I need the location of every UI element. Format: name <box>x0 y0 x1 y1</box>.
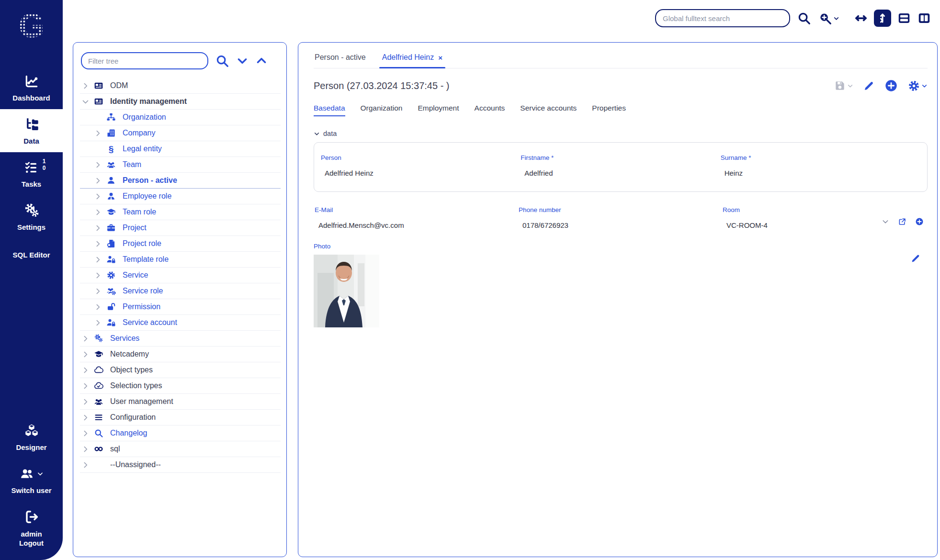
expand-all-chevron-down-icon[interactable] <box>236 55 249 67</box>
tree-item-organization[interactable]: Organization <box>80 110 281 125</box>
subtab-properties[interactable]: Properties <box>592 104 626 116</box>
layout-columns-icon[interactable] <box>917 11 931 25</box>
sidebar-item-settings[interactable]: Settings <box>0 195 63 238</box>
global-search-input[interactable] <box>655 9 790 27</box>
chevron-right-icon[interactable] <box>92 240 103 248</box>
tab-person-active[interactable]: Person - active <box>314 50 367 68</box>
tree-item-odm[interactable]: ODM <box>80 78 281 94</box>
arrows-vertical-icon[interactable] <box>874 10 891 27</box>
tree-item-netcademy[interactable]: Netcademy <box>80 347 281 362</box>
tree-item-service-account[interactable]: Service account <box>80 315 281 331</box>
tree-item-company[interactable]: Company <box>80 125 281 141</box>
tree-item-configuration[interactable]: Configuration <box>80 410 281 426</box>
card-icon <box>92 97 105 106</box>
chevron-right-icon[interactable] <box>80 335 91 343</box>
sidebar-item-data[interactable]: Data <box>0 109 63 152</box>
subtab-accounts[interactable]: Accounts <box>475 104 505 116</box>
sidebar-item-sql-editor[interactable]: SQL Editor <box>0 238 63 271</box>
tree-search-icon[interactable] <box>215 54 229 68</box>
tasks-badge-open: 1 <box>43 158 46 165</box>
tree-item-services[interactable]: Services <box>80 331 281 347</box>
chevron-right-icon[interactable] <box>80 445 91 453</box>
chevron-right-icon[interactable] <box>80 382 91 390</box>
svg-text:G: G <box>18 8 44 44</box>
tree-item-unassigned[interactable]: --Unassigned-- <box>80 457 281 473</box>
tab-label: Person - active <box>315 53 366 62</box>
chevron-down-icon[interactable] <box>80 98 91 106</box>
subtab-employment[interactable]: Employment <box>418 104 459 116</box>
save-dropdown-chevron-icon[interactable] <box>847 83 853 89</box>
data-section-toggle[interactable]: data <box>314 130 928 137</box>
tree-item-changelog[interactable]: Changelog <box>80 426 281 441</box>
chevron-right-icon[interactable] <box>92 177 103 185</box>
tree-filter-input[interactable] <box>81 52 208 69</box>
collapse-all-chevron-up-icon[interactable] <box>255 55 268 67</box>
chevron-right-icon[interactable] <box>92 256 103 264</box>
tree-item-person-active[interactable]: Person - active <box>80 173 281 189</box>
chevron-right-icon[interactable] <box>92 161 103 169</box>
edit-pencil-icon[interactable] <box>863 80 875 92</box>
tree-item-legal-entity[interactable]: §Legal entity <box>80 141 281 157</box>
tree-item-team-role[interactable]: Team role <box>80 204 281 220</box>
tab-adelfried-heinz[interactable]: Adelfried Heinz× <box>381 50 443 68</box>
add-icon[interactable] <box>915 217 924 226</box>
tree-item-user-management[interactable]: User management <box>80 394 281 410</box>
tree-item-project[interactable]: Project <box>80 220 281 236</box>
close-icon[interactable]: × <box>438 54 442 62</box>
chevron-right-icon[interactable] <box>92 271 103 280</box>
settings-dropdown-chevron-icon[interactable] <box>921 83 928 89</box>
field-value[interactable]: Adelfried.Mensch@vc.com <box>315 221 519 229</box>
tree-item-team[interactable]: Team <box>80 157 281 173</box>
app-logo[interactable]: G <box>0 0 63 66</box>
tree-item-sql[interactable]: sql <box>80 441 281 457</box>
tree-item-project-role[interactable]: Project role <box>80 236 281 252</box>
field-value[interactable]: VC-ROOM-4 <box>723 221 768 229</box>
tree-item-employee-role[interactable]: Employee role <box>80 189 281 204</box>
subtab-service-accounts[interactable]: Service accounts <box>520 104 577 116</box>
chevron-right-icon[interactable] <box>80 398 91 406</box>
sidebar-item-tasks[interactable]: 1 0 Tasks <box>0 152 63 195</box>
chevron-right-icon[interactable] <box>80 461 91 469</box>
field-value[interactable]: Adelfried Heinz <box>321 169 521 177</box>
chevron-right-icon[interactable] <box>92 208 103 216</box>
sidebar-item-dashboard[interactable]: Dashboard <box>0 66 63 109</box>
settings-gear-icon[interactable] <box>907 79 928 92</box>
users-gear-icon <box>105 286 117 296</box>
tree-item-object-types[interactable]: Object types <box>80 362 281 378</box>
photo-edit-pencil-icon[interactable] <box>910 253 921 266</box>
chevron-right-icon[interactable] <box>92 319 103 327</box>
save-icon[interactable] <box>834 79 853 92</box>
external-link-icon[interactable] <box>898 217 906 226</box>
layout-rows-icon[interactable] <box>897 11 911 25</box>
zoom-in-icon[interactable] <box>818 11 839 25</box>
tree-item-permission[interactable]: Permission <box>80 299 281 315</box>
tree-item-service-role[interactable]: Service role <box>80 283 281 299</box>
tree-item-template-role[interactable]: Template role <box>80 252 281 268</box>
subtab-organization[interactable]: Organization <box>361 104 403 116</box>
chevron-right-icon[interactable] <box>92 287 103 295</box>
field-value[interactable]: Adelfried <box>521 169 720 177</box>
chevron-right-icon[interactable] <box>80 366 91 374</box>
search-icon[interactable] <box>797 11 811 25</box>
sidebar-item-logout[interactable]: admin Logout <box>0 502 63 560</box>
chevron-right-icon[interactable] <box>80 82 91 90</box>
sidebar-item-designer[interactable]: Designer <box>0 415 63 459</box>
add-icon[interactable] <box>884 79 898 92</box>
chevron-right-icon[interactable] <box>80 350 91 358</box>
field-value[interactable]: 0178/6726923 <box>519 221 723 229</box>
subtab-basedata[interactable]: Basedata <box>314 104 345 116</box>
arrows-horizontal-icon[interactable] <box>854 11 868 25</box>
chevron-right-icon[interactable] <box>80 414 91 422</box>
tree-item-service[interactable]: Service <box>80 268 281 283</box>
field-value[interactable]: Heinz <box>721 169 920 177</box>
chevron-right-icon[interactable] <box>92 129 103 137</box>
tree-item-selection-types[interactable]: Selection types <box>80 378 281 394</box>
sidebar-item-switch-user[interactable]: Switch user <box>0 459 63 502</box>
cloud-check-icon <box>92 381 105 391</box>
chevron-right-icon[interactable] <box>92 303 103 311</box>
chevron-right-icon[interactable] <box>92 224 103 232</box>
chevron-down-icon[interactable] <box>882 218 889 225</box>
chevron-right-icon[interactable] <box>80 429 91 437</box>
chevron-right-icon[interactable] <box>92 192 103 201</box>
tree-item-identity-management[interactable]: Identity management <box>80 94 281 110</box>
